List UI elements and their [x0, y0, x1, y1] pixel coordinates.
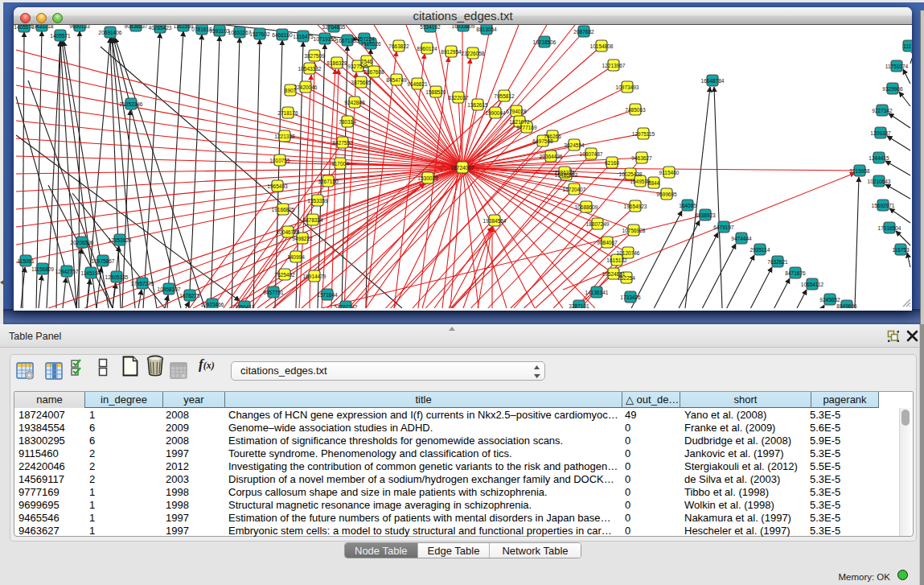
- svg-text:15720407: 15720407: [563, 187, 586, 192]
- svg-text:15692971: 15692971: [872, 203, 895, 208]
- svg-text:19654923: 19654923: [624, 204, 647, 209]
- svg-text:9474444: 9474444: [731, 236, 752, 241]
- svg-text:9115460: 9115460: [659, 170, 680, 175]
- svg-text:9227342: 9227342: [872, 108, 893, 113]
- svg-text:19218506: 19218506: [533, 39, 556, 45]
- svg-text:9146821: 9146821: [407, 81, 428, 87]
- svg-text:8186328: 8186328: [326, 60, 347, 66]
- svg-text:7625402: 7625402: [274, 272, 295, 278]
- svg-text:7663822: 7663822: [388, 43, 409, 49]
- svg-text:3624554: 3624554: [564, 142, 585, 148]
- svg-text:3267150: 3267150: [318, 179, 339, 184]
- svg-text:8844: 8844: [648, 180, 660, 186]
- svg-text:10719155: 10719155: [314, 36, 337, 42]
- svg-text:140994: 140994: [287, 254, 305, 260]
- svg-text:10975867: 10975867: [92, 258, 115, 264]
- svg-text:7515526: 7515526: [360, 41, 381, 47]
- svg-text:9699695: 9699695: [656, 192, 677, 197]
- svg-text:9242848: 9242848: [344, 100, 365, 105]
- svg-text:17016504: 17016504: [878, 225, 901, 231]
- svg-text:2718176: 2718176: [277, 110, 298, 116]
- svg-text:8454749: 8454749: [386, 77, 407, 83]
- svg-text:12213967: 12213967: [602, 63, 626, 68]
- svg-text:2935114: 2935114: [750, 247, 770, 253]
- svg-text:1316475: 1316475: [293, 34, 314, 39]
- svg-text:40265423: 40265423: [149, 25, 172, 31]
- svg-text:8912954: 8912954: [441, 49, 462, 55]
- svg-text:1965493: 1965493: [267, 183, 288, 189]
- svg-text:1990044: 1990044: [485, 110, 506, 116]
- svg-text:10807487: 10807487: [580, 151, 603, 157]
- svg-text:11156829: 11156829: [31, 266, 54, 272]
- svg-text:10210643: 10210643: [868, 179, 891, 184]
- svg-text:9245652: 9245652: [819, 297, 840, 303]
- svg-text:115061: 115061: [17, 258, 35, 264]
- svg-text:252254: 252254: [618, 275, 635, 281]
- svg-text:1621072: 1621072: [509, 119, 530, 125]
- svg-text:10654112: 10654112: [801, 282, 824, 287]
- svg-text:8471676: 8471676: [785, 270, 806, 276]
- svg-text:1571644: 1571644: [317, 292, 338, 298]
- svg-text:62160: 62160: [605, 160, 619, 166]
- svg-text:10543382: 10543382: [298, 66, 322, 72]
- svg-text:10433218: 10433218: [31, 25, 54, 29]
- svg-text:1145194: 1145194: [81, 270, 101, 276]
- svg-text:10025438: 10025438: [619, 171, 643, 177]
- svg-text:20691406: 20691406: [99, 30, 122, 35]
- svg-text:2867608: 2867608: [363, 69, 384, 75]
- svg-text:1615132: 1615132: [606, 257, 627, 263]
- svg-text:10973493: 10973493: [616, 84, 639, 90]
- svg-text:3215958: 3215958: [849, 168, 870, 174]
- svg-text:917004: 917004: [331, 161, 349, 167]
- svg-text:14136141: 14136141: [585, 290, 609, 295]
- svg-text:1530025: 1530025: [417, 175, 438, 181]
- svg-text:8849696: 8849696: [836, 303, 857, 309]
- svg-text:7955812: 7955812: [494, 93, 515, 99]
- svg-text:19166825: 19166825: [272, 207, 295, 212]
- svg-text:6466160: 6466160: [272, 32, 293, 38]
- svg-text:9329966: 9329966: [882, 86, 903, 92]
- svg-text:5534192: 5534192: [420, 25, 441, 30]
- svg-text:1010755: 1010755: [269, 158, 290, 163]
- svg-text:90838637: 90838637: [125, 25, 148, 29]
- svg-text:780314: 780314: [339, 119, 356, 125]
- svg-text:1362615: 1362615: [467, 102, 488, 108]
- svg-text:1588520: 1588520: [425, 89, 446, 95]
- svg-text:9457791: 9457791: [263, 290, 284, 295]
- svg-text:9593103: 9593103: [209, 28, 230, 34]
- svg-text:2087682: 2087682: [573, 29, 594, 35]
- svg-text:16648784: 16648784: [701, 78, 725, 84]
- svg-text:1527602: 1527602: [249, 31, 270, 37]
- svg-text:8427552: 8427552: [332, 140, 353, 146]
- svg-text:8938923: 8938923: [695, 212, 716, 218]
- svg-text:11751074: 11751074: [885, 64, 909, 69]
- svg-text:8813054: 8813054: [476, 27, 497, 32]
- svg-text:12975115: 12975115: [632, 131, 655, 137]
- svg-text:9498222: 9498222: [292, 236, 313, 241]
- svg-text:1209387: 1209387: [870, 130, 891, 136]
- svg-text:1405571: 1405571: [50, 33, 71, 39]
- svg-text:17957275: 17957275: [131, 281, 154, 286]
- svg-text:7386322: 7386322: [554, 170, 575, 175]
- svg-text:1244415: 1244415: [869, 155, 889, 161]
- svg-text:9600133: 9600133: [69, 25, 90, 29]
- svg-text:3056413: 3056413: [234, 304, 255, 309]
- svg-text:10046788: 10046788: [277, 229, 300, 235]
- svg-text:10756928: 10756928: [622, 228, 646, 233]
- svg-text:7632621: 7632621: [767, 259, 788, 265]
- svg-text:1117: 1117: [903, 43, 912, 49]
- svg-text:9084067: 9084067: [597, 240, 618, 245]
- svg-text:19384554: 19384554: [483, 218, 507, 224]
- svg-text:10120746: 10120746: [617, 250, 640, 256]
- svg-text:12505135: 12505135: [105, 274, 129, 280]
- svg-text:12923466: 12923466: [201, 302, 224, 307]
- svg-text:9327505: 9327505: [347, 64, 368, 69]
- svg-text:3875685: 3875685: [351, 80, 372, 85]
- svg-text:116753: 116753: [892, 247, 910, 253]
- svg-text:21053346: 21053346: [120, 101, 143, 107]
- svg-text:6479197: 6479197: [713, 225, 734, 230]
- svg-text:2546: 2546: [361, 59, 373, 64]
- svg-text:20206536: 20206536: [71, 240, 94, 245]
- svg-text:6794028: 6794028: [506, 109, 527, 114]
- svg-text:9463627: 9463627: [631, 155, 652, 161]
